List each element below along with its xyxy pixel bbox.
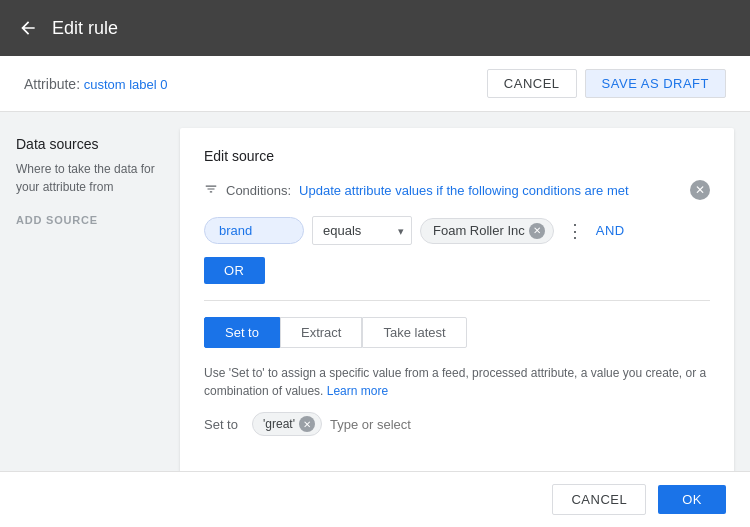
sidebar: Data sources Where to take the data for … [0,112,180,527]
ok-button[interactable]: OK [658,485,726,514]
operator-wrapper: equals not equals contains [312,216,412,245]
top-bar: Edit rule [0,0,750,56]
attribute-label: Attribute: [24,76,80,92]
or-section: OR [204,257,710,284]
filter-icon [204,182,218,199]
learn-more-link[interactable]: Learn more [327,384,388,398]
condition-field[interactable]: brand [204,217,304,244]
set-to-description: Use 'Set to' to assign a specific value … [204,364,710,400]
attribute-value: custom label 0 [84,77,168,92]
page-title: Edit rule [52,18,118,39]
attribute-actions: CANCEL SAVE AS DRAFT [487,69,726,98]
back-button[interactable] [16,16,40,40]
set-to-value-chip[interactable]: 'great' ✕ [252,412,322,436]
bottom-actions: CANCEL OK [0,471,750,527]
cancel-bottom-button[interactable]: CANCEL [552,484,646,515]
sidebar-description: Where to take the data for your attribut… [16,160,164,196]
condition-value-chip[interactable]: Foam Roller Inc ✕ [420,218,554,244]
conditions-row: Conditions: Update attribute values if t… [204,180,710,200]
attribute-info: Attribute: custom label 0 [24,76,167,92]
add-source-button[interactable]: ADD SOURCE [16,214,98,226]
type-or-select-input[interactable] [330,413,498,436]
main-content: Data sources Where to take the data for … [0,112,750,527]
set-to-value-text: 'great' [263,417,295,431]
attribute-bar: Attribute: custom label 0 CANCEL SAVE AS… [0,56,750,112]
more-options-icon[interactable]: ⋮ [562,218,588,244]
tab-take-latest[interactable]: Take latest [362,317,466,348]
cancel-top-button[interactable]: CANCEL [487,69,577,98]
and-button[interactable]: AND [596,223,625,238]
edit-source-panel: Edit source Conditions: Update attribute… [180,128,734,511]
tabs-row: Set to Extract Take latest [204,317,710,348]
conditions-text: Update attribute values if the following… [299,183,629,198]
condition-value-text: Foam Roller Inc [433,223,525,238]
sidebar-title: Data sources [16,136,164,152]
tab-set-to[interactable]: Set to [204,317,280,348]
or-button[interactable]: OR [204,257,265,284]
conditions-label: Conditions: [226,183,291,198]
set-to-label: Set to [204,417,244,432]
save-draft-button[interactable]: SAVE AS DRAFT [585,69,726,98]
tab-extract[interactable]: Extract [280,317,362,348]
condition-builder: brand equals not equals contains Foam Ro… [204,216,710,245]
set-to-row: Set to 'great' ✕ [204,412,710,436]
close-conditions-button[interactable]: ✕ [690,180,710,200]
remove-set-to-value-button[interactable]: ✕ [299,416,315,432]
condition-operator[interactable]: equals not equals contains [312,216,412,245]
divider [204,300,710,301]
edit-source-title: Edit source [204,148,710,164]
remove-condition-value-button[interactable]: ✕ [529,223,545,239]
